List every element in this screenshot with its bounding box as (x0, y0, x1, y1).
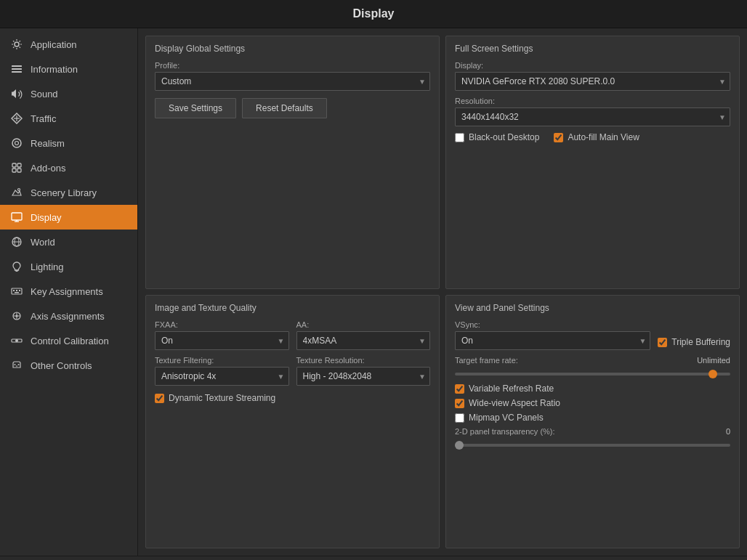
svg-point-7 (15, 142, 19, 145)
fxaa-select[interactable]: On (155, 331, 289, 350)
sidebar-item-control-calibration[interactable]: Control Calibration (0, 328, 137, 353)
aa-select-wrapper[interactable]: 4xMSAA ▼ (296, 331, 431, 350)
wide-view-row: Wide-view Aspect Ratio (455, 398, 730, 408)
svg-rect-22 (13, 290, 15, 291)
sidebar-item-axis-assignments[interactable]: Axis Assignments (0, 304, 137, 328)
save-settings-button[interactable]: Save Settings (155, 98, 236, 118)
target-frame-value: Unlimited (697, 356, 730, 365)
frame-rate-slider[interactable] (455, 373, 730, 376)
dynamic-texture-checkbox[interactable] (155, 394, 164, 403)
transparency-value: 0 (726, 427, 730, 436)
control-calibration-icon (10, 334, 23, 347)
panel-fullscreen: Full Screen Settings Display: NVIDIA GeF… (445, 36, 740, 289)
aa-label: AA: (296, 320, 431, 329)
svg-point-6 (12, 139, 21, 147)
autofill-checkbox[interactable] (554, 133, 563, 142)
wide-view-checkbox[interactable] (455, 399, 464, 408)
sidebar-label-control-calibration: Control Calibration (31, 336, 109, 346)
global-settings-title: Display Global Settings (155, 44, 430, 54)
svg-rect-3 (12, 71, 22, 73)
sidebar-item-lighting[interactable]: Lighting (0, 254, 137, 279)
svg-point-12 (18, 189, 20, 191)
variable-refresh-label: Variable Refresh Rate (469, 384, 554, 394)
vsync-select[interactable]: On (455, 331, 650, 350)
mipmap-row: Mipmap VC Panels (455, 413, 730, 423)
sidebar-item-addons[interactable]: Add-ons (0, 155, 137, 180)
texture-row: Texture Filtering: Anisotropic 4x ▼ Text… (155, 356, 430, 386)
target-frame-label: Target frame rate: (455, 356, 518, 365)
svg-rect-10 (12, 169, 16, 172)
profile-label: Profile: (155, 61, 430, 70)
mipmap-checkbox[interactable] (455, 413, 464, 423)
fullscreen-title: Full Screen Settings (455, 44, 730, 54)
lighting-icon (10, 260, 23, 273)
sidebar-item-realism[interactable]: Realism (0, 131, 137, 155)
texture-resolution-select-wrapper[interactable]: High - 2048x2048 ▼ (296, 367, 431, 386)
reset-defaults-button[interactable]: Reset Defaults (242, 98, 327, 118)
dynamic-texture-label: Dynamic Texture Streaming (169, 393, 275, 403)
sound-icon (10, 87, 23, 100)
profile-select[interactable]: Custom (155, 72, 430, 91)
axis-assignments-icon (10, 309, 23, 322)
texture-resolution-select[interactable]: High - 2048x2048 (296, 367, 431, 386)
sidebar-item-information[interactable]: Information (0, 57, 137, 81)
sidebar-item-scenery-library[interactable]: Scenery Library (0, 180, 137, 205)
sidebar-label-information: Information (31, 64, 78, 75)
sidebar-item-world[interactable]: World (0, 230, 137, 254)
variable-refresh-row: Variable Refresh Rate (455, 384, 730, 394)
transparency-slider-container: 2-D panel transparency (%): 0 (455, 427, 730, 449)
sidebar-item-application[interactable]: Application (0, 32, 137, 57)
aa-select[interactable]: 4xMSAA (296, 331, 431, 350)
sidebar-label-scenery-library: Scenery Library (31, 187, 97, 198)
sidebar-item-other-controls[interactable]: Other Controls (0, 353, 137, 378)
sidebar-item-traffic[interactable]: Traffic (0, 106, 137, 131)
svg-rect-24 (19, 290, 20, 291)
triple-buffering-checkbox[interactable] (658, 338, 667, 347)
resolution-select[interactable]: 3440x1440x32 (455, 107, 730, 126)
blackout-checkbox[interactable] (455, 133, 464, 142)
fxaa-aa-row: FXAA: On ▼ AA: 4xMSAA (155, 320, 430, 350)
application-icon (10, 38, 23, 51)
window-title: Display (353, 7, 395, 20)
profile-select-wrapper[interactable]: Custom ▼ (155, 72, 430, 91)
display-select-wrapper[interactable]: NVIDIA GeForce RTX 2080 SUPER.0.0 ▼ (455, 72, 730, 91)
wide-view-label: Wide-view Aspect Ratio (469, 398, 560, 408)
sidebar: Application Information Sound (0, 28, 138, 556)
key-assignments-icon (10, 285, 23, 298)
autofill-label: Auto-fill Main View (568, 132, 639, 142)
texture-filtering-select-wrapper[interactable]: Anisotropic 4x ▼ (155, 367, 289, 386)
display-select[interactable]: NVIDIA GeForce RTX 2080 SUPER.0.0 (455, 72, 730, 91)
svg-point-0 (15, 42, 19, 46)
sidebar-item-key-assignments[interactable]: Key Assignments (0, 279, 137, 304)
fxaa-select-wrapper[interactable]: On ▼ (155, 331, 289, 350)
autofill-row: Auto-fill Main View (554, 132, 639, 142)
frame-rate-label-row: Target frame rate: Unlimited (455, 356, 730, 365)
transparency-slider[interactable] (455, 444, 730, 447)
sidebar-item-display[interactable]: Display (0, 205, 137, 230)
sidebar-label-addons: Add-ons (31, 163, 65, 174)
sidebar-label-lighting: Lighting (31, 261, 64, 272)
vsync-label: VSync: (455, 320, 650, 329)
svg-rect-1 (12, 65, 22, 67)
svg-point-29 (16, 315, 18, 317)
sidebar-label-other-controls: Other Controls (31, 360, 92, 371)
texture-filtering-select[interactable]: Anisotropic 4x (155, 367, 289, 386)
svg-rect-2 (12, 68, 22, 70)
variable-refresh-checkbox[interactable] (455, 384, 464, 394)
panel-view-settings: View and Panel Settings VSync: On ▼ (445, 295, 740, 548)
sidebar-label-realism: Realism (31, 138, 65, 149)
resolution-label: Resolution: (455, 97, 730, 105)
realism-icon (10, 137, 23, 150)
panel-global-settings: Display Global Settings Profile: Custom … (145, 36, 440, 289)
sidebar-label-application: Application (31, 39, 77, 50)
frame-rate-slider-container: Target frame rate: Unlimited (455, 356, 730, 378)
vsync-select-wrapper[interactable]: On ▼ (455, 331, 650, 350)
resolution-select-wrapper[interactable]: 3440x1440x32 ▼ (455, 107, 730, 126)
display-row: Display: NVIDIA GeForce RTX 2080 SUPER.0… (455, 61, 730, 91)
sidebar-item-sound[interactable]: Sound (0, 81, 137, 106)
image-quality-title: Image and Texture Quality (155, 303, 430, 313)
svg-rect-25 (15, 292, 19, 293)
panel-image-quality: Image and Texture Quality FXAA: On ▼ AA: (145, 295, 440, 548)
svg-rect-23 (16, 290, 17, 291)
sidebar-label-world: World (31, 237, 55, 248)
